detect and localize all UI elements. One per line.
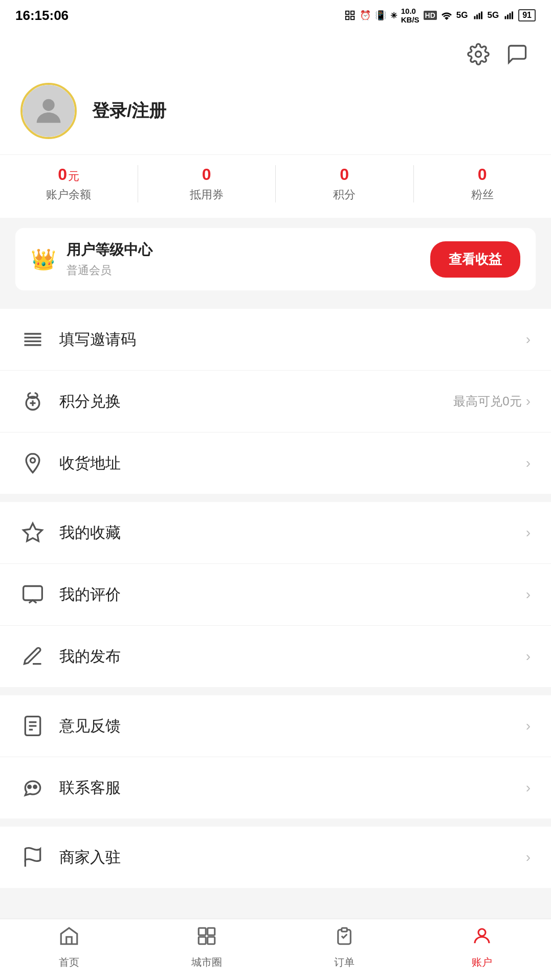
vip-subtitle: 普通会员 — [67, 263, 152, 278]
svg-rect-1 — [351, 11, 354, 14]
menu-label-invite-code: 填写邀请码 — [59, 329, 512, 350]
flag-icon — [20, 845, 45, 870]
location-pin-icon — [20, 451, 45, 475]
message-button[interactable] — [504, 41, 531, 67]
svg-rect-21 — [24, 586, 42, 601]
points-exchange-hint: 最高可兑0元 — [453, 393, 521, 409]
tab-bar: 首页 城市圈 订单 账户 — [0, 919, 551, 980]
svg-rect-7 — [481, 12, 482, 19]
svg-rect-8 — [505, 16, 506, 19]
header-actions — [0, 31, 551, 73]
menu-item-merchant-join[interactable]: 商家入驻 › — [0, 827, 551, 888]
home-icon — [58, 925, 80, 951]
stat-balance[interactable]: 0 元 账户余额 — [0, 165, 138, 202]
tab-city-circle-label: 城市圈 — [191, 955, 222, 969]
status-bar: 16:15:06 ⏰ 📳 ✳ 10.0KB/S HD 5G 5G 91 — [0, 0, 551, 31]
menu-item-my-reviews[interactable]: 我的评价 › — [0, 564, 551, 626]
pencil-icon — [20, 644, 45, 669]
menu-group-0: 填写邀请码 › 积分兑换 最高可兑0元 › — [0, 309, 551, 494]
menu-label-shipping-address: 收货地址 — [59, 453, 512, 474]
svg-rect-4 — [474, 16, 475, 19]
menu-item-feedback[interactable]: 意见反馈 › — [0, 695, 551, 757]
chevron-right-icon: › — [526, 780, 531, 796]
svg-point-12 — [476, 52, 481, 57]
menu-label-points-exchange: 积分兑换 — [59, 391, 439, 412]
svg-rect-30 — [208, 937, 215, 944]
coins-icon — [20, 389, 45, 414]
vip-card-container: 👑 用户等级中心 普通会员 查看收益 — [0, 218, 551, 301]
menu-group-1: 我的收藏 › 我的评价 › 我的 — [0, 502, 551, 687]
stat-points[interactable]: 0 积分 — [276, 165, 414, 202]
chevron-right-icon: › — [526, 525, 531, 541]
svg-rect-29 — [199, 937, 206, 944]
menu-label-customer-service: 联系客服 — [59, 778, 512, 799]
menu-item-my-posts[interactable]: 我的发布 › — [0, 626, 551, 687]
profile-section: 登录/注册 — [0, 73, 551, 154]
login-register-btn[interactable]: 登录/注册 — [92, 99, 166, 123]
svg-rect-10 — [510, 13, 511, 19]
list-lines-icon — [20, 327, 45, 352]
menu-group-3: 商家入驻 › — [0, 827, 551, 888]
svg-rect-5 — [476, 15, 478, 19]
svg-marker-20 — [24, 523, 42, 541]
tab-home-label: 首页 — [59, 955, 79, 969]
svg-rect-6 — [478, 13, 480, 19]
menu-item-points-exchange[interactable]: 积分兑换 最高可兑0元 › — [0, 371, 551, 432]
tab-orders-label: 订单 — [334, 955, 355, 969]
svg-rect-2 — [346, 16, 349, 19]
wechat-icon — [20, 776, 45, 800]
settings-button[interactable] — [465, 41, 492, 67]
stat-fans[interactable]: 0 粉丝 — [414, 165, 552, 202]
chevron-right-icon: › — [526, 849, 531, 865]
menu-item-invite-code[interactable]: 填写邀请码 › — [0, 309, 551, 371]
chevron-right-icon: › — [526, 393, 531, 409]
menu-group-2: 意见反馈 › 联系客服 › — [0, 695, 551, 818]
chevron-right-icon: › — [526, 455, 531, 471]
avatar[interactable] — [20, 83, 77, 139]
svg-point-32 — [478, 929, 486, 936]
svg-point-13 — [42, 99, 54, 111]
status-icons: ⏰ 📳 ✳ 10.0KB/S HD 5G 5G 91 — [344, 7, 536, 24]
city-circle-icon — [196, 925, 217, 951]
menu-section: 填写邀请码 › 积分兑换 最高可兑0元 › — [0, 301, 551, 888]
svg-rect-11 — [512, 12, 513, 19]
account-icon — [471, 925, 493, 951]
status-time: 16:15:06 — [15, 8, 69, 24]
stats-row: 0 元 账户余额 0 抵用券 0 积分 0 粉丝 — [0, 154, 551, 218]
menu-label-merchant-join: 商家入驻 — [59, 847, 512, 868]
view-earnings-button[interactable]: 查看收益 — [430, 241, 520, 278]
svg-rect-0 — [346, 11, 349, 14]
menu-label-my-reviews: 我的评价 — [59, 584, 512, 605]
orders-icon — [334, 925, 355, 951]
menu-item-customer-service[interactable]: 联系客服 › — [0, 757, 551, 818]
chevron-right-icon: › — [526, 648, 531, 665]
svg-rect-31 — [342, 928, 347, 931]
menu-label-feedback: 意见反馈 — [59, 716, 512, 737]
chat-square-icon — [20, 582, 45, 607]
menu-item-shipping-address[interactable]: 收货地址 › — [0, 432, 551, 494]
crown-icon: 👑 — [31, 247, 56, 271]
svg-rect-28 — [208, 928, 215, 935]
chevron-right-icon: › — [526, 718, 531, 734]
chevron-right-icon: › — [526, 331, 531, 348]
tab-account[interactable]: 账户 — [413, 919, 551, 975]
svg-point-19 — [30, 458, 35, 463]
svg-rect-3 — [351, 16, 354, 19]
svg-rect-9 — [507, 15, 509, 19]
menu-label-my-favorites: 我的收藏 — [59, 522, 512, 543]
tab-home[interactable]: 首页 — [0, 919, 138, 975]
avatar-inner — [23, 85, 75, 137]
chevron-right-icon: › — [526, 586, 531, 603]
svg-rect-27 — [199, 928, 206, 935]
stat-voucher[interactable]: 0 抵用券 — [138, 165, 276, 202]
vip-card: 👑 用户等级中心 普通会员 查看收益 — [15, 228, 536, 290]
menu-item-my-favorites[interactable]: 我的收藏 › — [0, 502, 551, 564]
vip-title: 用户等级中心 — [67, 240, 152, 260]
tab-orders[interactable]: 订单 — [276, 919, 413, 975]
tab-account-label: 账户 — [472, 955, 492, 969]
menu-label-my-posts: 我的发布 — [59, 646, 512, 667]
tab-city-circle[interactable]: 城市圈 — [138, 919, 275, 975]
doc-lines-icon — [20, 714, 45, 738]
star-icon — [20, 520, 45, 545]
